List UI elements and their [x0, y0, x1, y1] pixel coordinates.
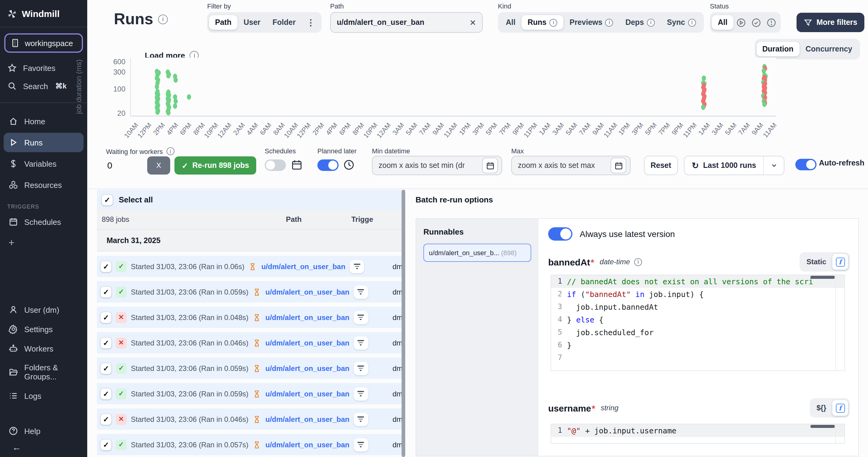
filter-by-path-icon[interactable]	[354, 311, 368, 324]
latest-version-toggle[interactable]	[548, 227, 572, 240]
row-checkbox[interactable]: ✓	[100, 388, 112, 399]
last-runs-dropdown-button[interactable]	[764, 156, 784, 175]
filter-by-path-icon[interactable]	[349, 260, 364, 273]
min-datetime-calendar-icon[interactable]	[482, 158, 498, 173]
sidebar-item-home[interactable]: Home	[4, 112, 84, 131]
run-path-link[interactable]: u/dm/alert_on_user_ban	[261, 262, 345, 270]
table-scrollbar[interactable]	[402, 190, 405, 457]
kind-all[interactable]: All	[500, 15, 522, 30]
runnable-item[interactable]: u/dm/alert_on_user_b... (898)	[424, 244, 531, 262]
table-row[interactable]: ✓✓Started 31/03, 23:06 (Ran in 0.059s)u/…	[97, 358, 402, 379]
filter-by-path-icon[interactable]	[354, 336, 368, 349]
success-run-dot[interactable]	[762, 102, 767, 107]
filter-by-user[interactable]: User	[238, 15, 267, 30]
table-row[interactable]: ✓✕Started 31/03, 23:06 (Ran in 0.046s)u/…	[97, 332, 402, 353]
run-path-link[interactable]: u/dm/alert_on_user_ban	[265, 339, 349, 347]
sidebar-item-resources[interactable]: Resources	[4, 175, 84, 195]
table-row[interactable]: ✓✕Started 31/03, 23:06 (Ran in 0.046s)u/…	[97, 408, 402, 430]
select-all-checkbox[interactable]: ✓	[102, 194, 113, 205]
success-run-dot[interactable]	[173, 103, 177, 109]
path-filter-input[interactable]: u/dm/alert_on_user_ban ✕	[330, 12, 483, 33]
last-runs-button[interactable]: ↻ Last 1000 runs	[684, 156, 764, 175]
table-row[interactable]: ✓✓Started 31/03, 23:06 (Ran in 0.059s)u/…	[97, 281, 402, 303]
filter-by-path[interactable]: Path	[209, 15, 238, 30]
row-checkbox[interactable]: ✓	[100, 337, 112, 348]
filter-by-path-icon[interactable]	[354, 285, 368, 298]
sidebar-item-logs[interactable]: Logs	[4, 386, 84, 405]
filter-by-path-icon[interactable]	[354, 362, 368, 375]
run-path-link[interactable]: u/dm/alert_on_user_ban	[265, 313, 349, 321]
table-row[interactable]: ✓✕Started 31/03, 23:06 (Ran in 0.048s)u/…	[97, 307, 402, 328]
auto-refresh-toggle[interactable]	[795, 159, 816, 170]
sidebar-item-workers[interactable]: Workers	[4, 339, 84, 358]
filter-by-path-icon[interactable]	[354, 438, 368, 451]
kind-sync[interactable]: Synci	[661, 15, 702, 30]
field-mode-label[interactable]: Static	[802, 258, 831, 266]
filter-by-folder[interactable]: Folder	[267, 15, 302, 30]
sidebar-item-schedules[interactable]: Schedules	[4, 212, 84, 231]
run-path-link[interactable]: u/dm/alert_on_user_ban	[265, 364, 349, 372]
status-running-icon[interactable]	[736, 17, 746, 28]
collapse-sidebar-button[interactable]: ←	[4, 440, 84, 452]
row-checkbox[interactable]: ✓	[100, 439, 112, 450]
max-datetime-input[interactable]: zoom x axis to set max	[511, 156, 630, 175]
row-checkbox[interactable]: ✓	[100, 261, 112, 272]
table-row[interactable]: ✓✓Started 31/03, 23:06 (Ran in 0.057s)u/…	[97, 434, 402, 455]
row-checkbox[interactable]: ✓	[100, 363, 112, 374]
app-logo[interactable]: Windmill	[0, 0, 87, 27]
filter-by-kebab-icon[interactable]: ⋮	[302, 18, 320, 27]
add-trigger-button[interactable]: +	[0, 233, 87, 253]
row-checkbox[interactable]: ✓	[100, 286, 112, 297]
field-mode-label[interactable]: ${}	[812, 404, 831, 412]
row-checkbox[interactable]: ✓	[100, 414, 112, 425]
row-checkbox[interactable]: ✓	[100, 312, 112, 323]
success-run-dot[interactable]	[166, 110, 170, 115]
min-datetime-input[interactable]: zoom x axis to set min (dr	[372, 156, 502, 175]
code-editor-bannedAt[interactable]: 1// bannedAt does not exist on all versi…	[551, 275, 845, 371]
sidebar-item-favorites[interactable]: Favorites	[0, 59, 87, 77]
kind-previews[interactable]: Previewsi	[563, 15, 619, 30]
javascript-mode-button[interactable]: f	[832, 254, 848, 270]
runs-duration-scatter-chart[interactable]	[130, 58, 776, 116]
run-path-link[interactable]: u/dm/alert_on_user_ban	[265, 440, 349, 449]
filter-by-path-icon[interactable]	[354, 412, 368, 426]
table-row[interactable]: ✓✓Started 31/03, 23:06 (Ran in 0.059s)u/…	[97, 383, 402, 404]
kind-runs[interactable]: Runsi	[522, 15, 564, 30]
status-success-icon[interactable]	[751, 17, 762, 28]
sidebar-item-user-dm-[interactable]: User (dm)	[4, 300, 84, 319]
more-filters-button[interactable]: More filters	[797, 13, 865, 32]
sidebar-item-variables[interactable]: Variables	[4, 154, 84, 173]
editor-horizontal-scrollbar[interactable]	[810, 276, 835, 279]
tab-concurrency[interactable]: Concurrency	[800, 42, 858, 56]
reset-button[interactable]: Reset	[644, 156, 678, 175]
runs-info-icon[interactable]: i	[158, 14, 168, 24]
sidebar-item-search[interactable]: Search⌘k	[0, 77, 87, 95]
status-failure-icon[interactable]	[766, 17, 777, 28]
editor-horizontal-scrollbar[interactable]	[810, 425, 835, 428]
rerun-jobs-button[interactable]: ✓ Re-run 898 jobs	[175, 156, 256, 175]
javascript-mode-button[interactable]: f	[832, 400, 848, 416]
clear-path-icon[interactable]: ✕	[469, 18, 476, 27]
tab-duration[interactable]: Duration	[756, 42, 800, 56]
cancel-selection-button[interactable]: X	[147, 156, 170, 175]
success-run-dot[interactable]	[702, 75, 706, 81]
sidebar-item-runs[interactable]: Runs	[4, 133, 84, 152]
success-run-dot[interactable]	[155, 109, 160, 115]
run-path-link[interactable]: u/dm/alert_on_user_ban	[265, 415, 349, 423]
run-path-link[interactable]: u/dm/alert_on_user_ban	[265, 288, 349, 296]
planned-later-toggle[interactable]	[317, 160, 339, 171]
filter-by-path-icon[interactable]	[354, 387, 368, 400]
sidebar-item-folders-groups-[interactable]: Folders & Groups...	[4, 358, 84, 386]
success-run-dot[interactable]	[174, 77, 178, 83]
status-all[interactable]: All	[712, 15, 734, 30]
workspace-selector[interactable]: workingspace	[4, 33, 83, 53]
kind-deps[interactable]: Depsi	[619, 15, 661, 30]
run-path-link[interactable]: u/dm/alert_on_user_ban	[265, 390, 349, 398]
max-datetime-calendar-icon[interactable]	[611, 158, 626, 173]
code-editor-username[interactable]: 1"@" + job.input.username	[551, 424, 845, 444]
sidebar-item-help[interactable]: Help	[4, 421, 84, 440]
success-run-dot[interactable]	[187, 94, 191, 99]
sidebar-item-settings[interactable]: Settings	[4, 319, 84, 339]
schedules-toggle[interactable]	[265, 160, 286, 171]
table-row[interactable]: ✓✓Started 31/03, 23:06 (Ran in 0.06s)u/d…	[97, 256, 402, 277]
